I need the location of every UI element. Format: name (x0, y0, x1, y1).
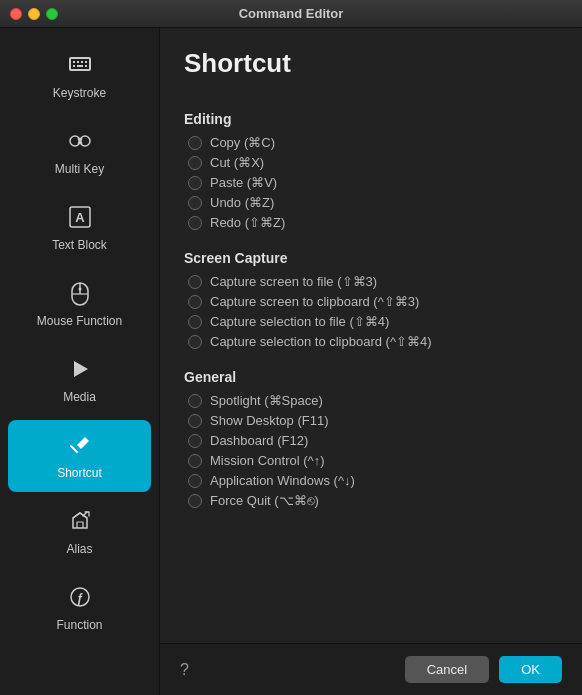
radio-label-redo: Redo (⇧⌘Z) (210, 215, 285, 230)
screencapture-radio-group: Capture screen to file (⇧⌘3) Capture scr… (188, 274, 558, 349)
close-button[interactable] (10, 8, 22, 20)
radio-cap-file[interactable]: Capture screen to file (⇧⌘3) (188, 274, 558, 289)
mouse-icon (67, 280, 93, 310)
radio-sel-clip[interactable]: Capture selection to clipboard (^⇧⌘4) (188, 334, 558, 349)
radio-redo[interactable]: Redo (⇧⌘Z) (188, 215, 558, 230)
help-icon[interactable]: ? (180, 661, 189, 679)
section-editing-title: Editing (184, 111, 558, 127)
textblock-icon: A (67, 204, 93, 234)
radio-label-appwindows: Application Windows (^↓) (210, 473, 355, 488)
radio-label-sel-file: Capture selection to file (⇧⌘4) (210, 314, 389, 329)
radio-circle-sel-clip (188, 335, 202, 349)
radio-label-undo: Undo (⌘Z) (210, 195, 274, 210)
radio-circle-cap-file (188, 275, 202, 289)
sidebar-item-textblock[interactable]: A Text Block (8, 192, 151, 264)
radio-circle-redo (188, 216, 202, 230)
radio-dashboard[interactable]: Dashboard (F12) (188, 433, 558, 448)
svg-text:A: A (75, 210, 85, 225)
radio-cut[interactable]: Cut (⌘X) (188, 155, 558, 170)
sidebar-item-mousefunction[interactable]: Mouse Function (8, 268, 151, 340)
main-container: Keystroke Multi Key A Text (0, 28, 582, 695)
radio-undo[interactable]: Undo (⌘Z) (188, 195, 558, 210)
radio-label-desktop: Show Desktop (F11) (210, 413, 329, 428)
radio-circle-spotlight (188, 394, 202, 408)
radio-desktop[interactable]: Show Desktop (F11) (188, 413, 558, 428)
radio-cap-clip[interactable]: Capture screen to clipboard (^⇧⌘3) (188, 294, 558, 309)
content-area: Shortcut Editing Copy (⌘C) Cut (⌘X) Past… (160, 28, 582, 643)
radio-circle-appwindows (188, 474, 202, 488)
minimize-button[interactable] (28, 8, 40, 20)
maximize-button[interactable] (46, 8, 58, 20)
alias-icon (67, 508, 93, 538)
ok-button[interactable]: OK (499, 656, 562, 683)
radio-label-mission: Mission Control (^↑) (210, 453, 324, 468)
sidebar-label-function: Function (56, 618, 102, 632)
radio-label-dashboard: Dashboard (F12) (210, 433, 308, 448)
radio-circle-copy (188, 136, 202, 150)
radio-circle-desktop (188, 414, 202, 428)
editing-radio-group: Copy (⌘C) Cut (⌘X) Paste (⌘V) Undo (⌘Z) … (188, 135, 558, 230)
radio-forcequit[interactable]: Force Quit (⌥⌘⎋) (188, 493, 558, 508)
radio-circle-cut (188, 156, 202, 170)
sidebar: Keystroke Multi Key A Text (0, 28, 160, 695)
radio-label-forcequit: Force Quit (⌥⌘⎋) (210, 493, 319, 508)
window-controls (10, 8, 58, 20)
title-bar: Command Editor (0, 0, 582, 28)
radio-copy[interactable]: Copy (⌘C) (188, 135, 558, 150)
sidebar-label-keystroke: Keystroke (53, 86, 106, 100)
sidebar-item-alias[interactable]: Alias (8, 496, 151, 568)
radio-label-paste: Paste (⌘V) (210, 175, 277, 190)
radio-paste[interactable]: Paste (⌘V) (188, 175, 558, 190)
section-general-title: General (184, 369, 558, 385)
radio-label-cap-file: Capture screen to file (⇧⌘3) (210, 274, 377, 289)
radio-circle-forcequit (188, 494, 202, 508)
footer-buttons: Cancel OK (405, 656, 562, 683)
radio-label-cut: Cut (⌘X) (210, 155, 264, 170)
shortcut-icon (67, 432, 93, 462)
sidebar-item-media[interactable]: Media (8, 344, 151, 416)
radio-label-spotlight: Spotlight (⌘Space) (210, 393, 323, 408)
sidebar-label-mousefunction: Mouse Function (37, 314, 122, 328)
cancel-button[interactable]: Cancel (405, 656, 489, 683)
radio-circle-dashboard (188, 434, 202, 448)
page-title: Shortcut (184, 48, 558, 79)
multikey-icon (67, 128, 93, 158)
radio-circle-undo (188, 196, 202, 210)
sidebar-item-function[interactable]: ƒ Function (8, 572, 151, 644)
radio-sel-file[interactable]: Capture selection to file (⇧⌘4) (188, 314, 558, 329)
sidebar-item-shortcut[interactable]: Shortcut (8, 420, 151, 492)
radio-circle-paste (188, 176, 202, 190)
svg-point-6 (78, 288, 81, 291)
general-radio-group: Spotlight (⌘Space) Show Desktop (F11) Da… (188, 393, 558, 508)
radio-circle-cap-clip (188, 295, 202, 309)
function-icon: ƒ (67, 584, 93, 614)
sidebar-item-keystroke[interactable]: Keystroke (8, 40, 151, 112)
sidebar-label-multikey: Multi Key (55, 162, 104, 176)
radio-spotlight[interactable]: Spotlight (⌘Space) (188, 393, 558, 408)
radio-label-sel-clip: Capture selection to clipboard (^⇧⌘4) (210, 334, 432, 349)
sidebar-label-textblock: Text Block (52, 238, 107, 252)
footer: ? Cancel OK (160, 643, 582, 695)
radio-label-copy: Copy (⌘C) (210, 135, 275, 150)
svg-text:ƒ: ƒ (76, 591, 83, 605)
radio-circle-mission (188, 454, 202, 468)
radio-mission[interactable]: Mission Control (^↑) (188, 453, 558, 468)
radio-label-cap-clip: Capture screen to clipboard (^⇧⌘3) (210, 294, 419, 309)
radio-appwindows[interactable]: Application Windows (^↓) (188, 473, 558, 488)
sidebar-item-multikey[interactable]: Multi Key (8, 116, 151, 188)
media-icon (67, 356, 93, 386)
window-title: Command Editor (239, 6, 344, 21)
sidebar-label-alias: Alias (66, 542, 92, 556)
section-screencapture-title: Screen Capture (184, 250, 558, 266)
sidebar-label-shortcut: Shortcut (57, 466, 102, 480)
svg-marker-7 (74, 361, 88, 377)
sidebar-label-media: Media (63, 390, 96, 404)
keystroke-icon (67, 52, 93, 82)
radio-circle-sel-file (188, 315, 202, 329)
